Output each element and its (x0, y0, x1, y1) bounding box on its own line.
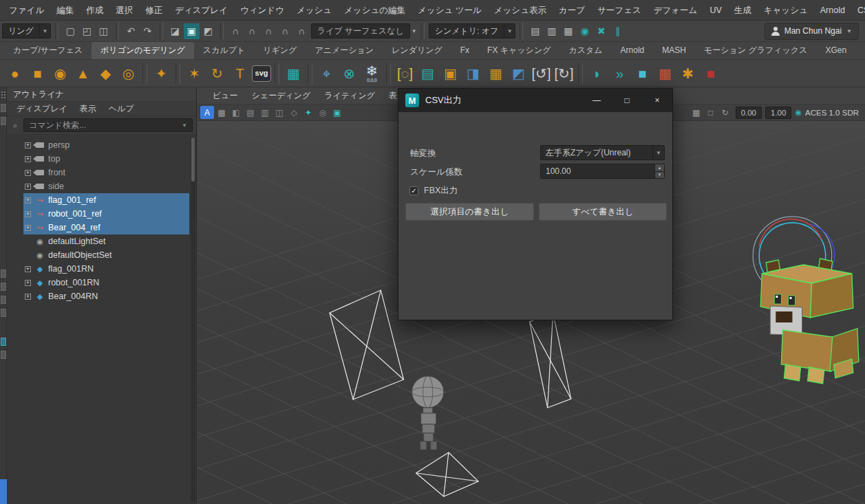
shelf-tab[interactable]: XGen (816, 42, 855, 59)
exposure-field[interactable]: 0.00 (736, 107, 762, 119)
new-scene-icon[interactable]: ▢ (63, 23, 78, 39)
menubar-item[interactable]: メッシュ (290, 0, 338, 21)
expand-toggle-icon[interactable] (25, 280, 31, 286)
ipr-render-icon[interactable]: ▥ (544, 23, 559, 39)
menubar-item[interactable]: Arnold (814, 0, 851, 21)
image-plane-icon[interactable]: ▦ (215, 106, 228, 119)
menubar-item[interactable]: CSV Export (851, 0, 865, 21)
outliner-item-robot_001_ref[interactable]: ↪robot_001_ref (23, 207, 189, 221)
bevel-icon[interactable]: ◗ (586, 63, 608, 85)
poly-mesh-sphere-icon[interactable]: ◉ (50, 63, 71, 85)
mirror-left-icon[interactable]: [↺] (531, 63, 552, 85)
snap-view-plane-icon[interactable]: ∩ (294, 23, 310, 39)
view-transform-selector[interactable]: ◉ ACES 1.0 SDR (795, 108, 859, 117)
pane-layout-single-icon[interactable] (1, 270, 6, 278)
menubar-item[interactable]: カーブ (553, 0, 591, 21)
smooth-cube-icon[interactable]: ■ (632, 63, 653, 85)
pane-layout-two-icon[interactable] (1, 283, 6, 291)
outliner-item-defaultLightSet[interactable]: ◉defaultLightSet (23, 234, 189, 248)
menubar-item[interactable]: 修正 (139, 0, 169, 21)
axis-conversion-dropdown[interactable]: 左手系Zアップ(Unreal) ▼ (540, 145, 665, 160)
expand-toggle-icon[interactable] (25, 170, 31, 176)
flag-object-3[interactable] (416, 452, 478, 496)
quad-draw-icon[interactable]: ✱ (677, 63, 698, 85)
shelf-tab[interactable]: リギング (254, 42, 306, 59)
menubar-item[interactable]: メッシュの編集 (338, 0, 412, 21)
spin-down-icon[interactable]: ▼ (655, 171, 664, 179)
platonic-solid-icon[interactable]: ✦ (151, 63, 172, 85)
menubar-item[interactable]: デフォーム (648, 0, 704, 21)
command-search-input[interactable]: コマンド検索... ▼ (23, 118, 193, 132)
extrude-icon[interactable]: » (609, 63, 630, 85)
close-button[interactable]: × (642, 89, 672, 112)
outliner-item-defaultObjectSet[interactable]: ◉defaultObjectSet (23, 248, 189, 262)
refresh-icon[interactable]: ↻ (718, 106, 732, 119)
progressive-toggle-icon[interactable]: ✖ (593, 23, 609, 39)
shadows-icon[interactable]: ◇ (287, 106, 301, 119)
snap-point-icon[interactable]: ∩ (261, 23, 277, 39)
fbx-export-checkbox[interactable]: ✓ FBX出力 (409, 185, 458, 197)
outliner-item-Bear_004RN[interactable]: ◆Bear_004RN (23, 289, 189, 303)
outliner-item-flag_001_ref[interactable]: ↪flag_001_ref (23, 193, 189, 207)
menubar-item[interactable]: メッシュ表示 (488, 0, 553, 21)
wireframe-icon[interactable]: ◧ (229, 106, 243, 119)
pane-layout-three-icon[interactable] (1, 296, 6, 304)
open-scene-icon[interactable]: ◰ (79, 23, 95, 39)
panel-grab-handle-icon[interactable] (1, 91, 6, 99)
snap-grid-icon[interactable]: ∩ (228, 23, 244, 39)
spin-up-icon[interactable]: ▲ (655, 164, 664, 171)
expand-toggle-icon[interactable] (25, 142, 31, 149)
menubar-item[interactable]: 編集 (50, 0, 80, 21)
scrollbar-thumb[interactable] (191, 138, 195, 182)
outliner-item-top[interactable]: top (23, 152, 189, 166)
spinner-arrows[interactable]: ▲▼ (654, 164, 664, 178)
menubar-item[interactable]: 生成 (728, 0, 758, 21)
outliner-menu-item[interactable]: ヘルプ (103, 103, 140, 115)
grid-toggle-icon[interactable]: ▦ (690, 106, 703, 119)
menubar-item[interactable]: ディスプレイ (169, 0, 234, 21)
freeze-transform-icon[interactable]: ❄0,0,0 (361, 63, 383, 85)
pause-viewport-icon[interactable]: ∥ (610, 23, 626, 39)
bear-object[interactable] (760, 259, 859, 384)
gamma-field[interactable]: 1.00 (765, 107, 791, 119)
viewport-menu-item[interactable]: シェーディング (245, 90, 318, 102)
lighting-icon[interactable]: ◫ (273, 106, 286, 119)
outliner-item-side[interactable]: side (23, 179, 189, 193)
menubar-item[interactable]: 選択 (109, 0, 139, 21)
live-surface-field[interactable]: ライブ サーフェスなし (311, 23, 410, 39)
layers-icon[interactable]: ▤ (417, 63, 438, 85)
redo-icon[interactable]: ↷ (140, 23, 156, 39)
expand-toggle-icon[interactable] (25, 294, 31, 300)
snap-projected-center-icon[interactable]: ∩ (277, 23, 293, 39)
expand-toggle-icon[interactable] (25, 197, 31, 204)
outliner-item-robot_001RN[interactable]: ◆robot_001RN (23, 276, 189, 289)
motion-blur-icon[interactable]: ✦ (301, 106, 315, 119)
menubar-item[interactable]: ウィンドウ (234, 0, 290, 21)
undo-icon[interactable]: ↶ (123, 23, 139, 39)
viewport-menu-item[interactable]: ビュー (206, 90, 245, 102)
scrollbar[interactable] (191, 137, 195, 502)
svg-tool-icon[interactable]: svg (252, 65, 271, 82)
shelf-tab[interactable]: スカルプト (194, 42, 254, 59)
poly-plane-icon[interactable]: ◆ (95, 63, 116, 85)
robot-object[interactable] (412, 376, 444, 450)
poly-cone-icon[interactable]: ▲ (72, 63, 94, 85)
curve-star-icon[interactable]: ✶ (184, 63, 205, 85)
shelf-tab[interactable]: カーブ/サーフェス (4, 42, 92, 59)
separate-icon[interactable]: ◨ (462, 63, 484, 85)
multi-cut-icon[interactable]: ▦ (654, 63, 676, 85)
poly-sphere-icon[interactable]: ● (4, 63, 25, 85)
marquee-circle-icon[interactable]: [◌] (394, 63, 416, 85)
user-account-menu[interactable]: Man Chun Ngai ▼ (765, 23, 859, 40)
type-tool-icon[interactable]: T (229, 63, 250, 85)
snap-curve-icon[interactable]: ∩ (244, 23, 260, 39)
viewport-menu-item[interactable]: ライティング (317, 90, 382, 102)
boolean-difference-icon[interactable]: ◩ (508, 63, 529, 85)
expand-toggle-icon[interactable] (25, 156, 31, 162)
shelf-tab[interactable]: モーション グラフィックス (695, 42, 816, 59)
render-current-frame-icon[interactable]: ▤ (527, 23, 543, 39)
shelf-tab[interactable]: Fx (451, 42, 478, 59)
pane-layout-four-icon[interactable] (1, 309, 6, 317)
expand-toggle-icon[interactable] (25, 211, 31, 217)
menubar-item[interactable]: メッシュ ツール (412, 0, 488, 21)
